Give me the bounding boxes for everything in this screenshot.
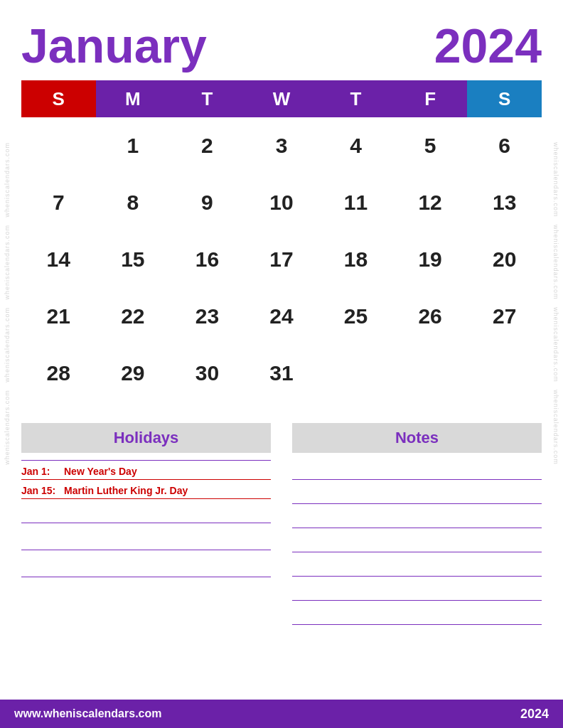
calendar-date: 6 <box>467 117 542 174</box>
holiday-name-1: New Year's Day <box>64 466 137 477</box>
holiday-entry-1: Jan 1: New Year's Day <box>21 464 271 480</box>
calendar-date: 29 <box>96 345 171 402</box>
month-title: January <box>21 21 207 70</box>
calendar-date: 10 <box>245 174 319 231</box>
notes-line-3 <box>292 507 542 528</box>
holiday-blank-2 <box>21 529 271 550</box>
notes-line-7 <box>292 604 542 625</box>
calendar-week-4: 21222324252627 <box>21 288 542 345</box>
footer-year: 2024 <box>520 707 549 722</box>
day-header-row: S M T W T F S <box>21 80 542 117</box>
calendar-page: January 2024 S M T W T F S 1234567891011… <box>0 0 563 728</box>
watermark-right: wheniscalendars.com wheniscalendars.com … <box>552 142 559 465</box>
notes-line-2 <box>292 483 542 504</box>
calendar-date: 23 <box>170 288 245 345</box>
calendar-date: 13 <box>467 174 542 231</box>
calendar-week-2: 78910111213 <box>21 174 542 231</box>
calendar-date: 1 <box>96 117 171 174</box>
header-monday: M <box>96 80 171 117</box>
calendar-date: 26 <box>393 288 468 345</box>
calendar-date: 27 <box>467 288 542 345</box>
calendar-week-3: 14151617181920 <box>21 231 542 288</box>
calendar-date: 31 <box>245 345 319 402</box>
calendar-date: 18 <box>318 231 393 288</box>
notes-header: Notes <box>292 423 542 453</box>
calendar-date <box>467 345 542 402</box>
header-wednesday: W <box>245 80 319 117</box>
header-tuesday: T <box>170 80 245 117</box>
calendar-date <box>21 117 96 174</box>
header-sunday: S <box>21 80 96 117</box>
footer-url: www.wheniscalendars.com <box>14 707 161 720</box>
calendar-date: 4 <box>318 117 393 174</box>
holiday-entry-2: Jan 15: Martin Luther King Jr. Day <box>21 483 271 499</box>
calendar-header: January 2024 <box>21 14 542 80</box>
calendar-date: 8 <box>96 174 171 231</box>
holiday-name-2: Martin Luther King Jr. Day <box>64 485 188 496</box>
calendar-date: 7 <box>21 174 96 231</box>
header-saturday: S <box>467 80 542 117</box>
calendar-date: 22 <box>96 288 171 345</box>
calendar-date: 3 <box>245 117 319 174</box>
calendar-date: 24 <box>245 288 319 345</box>
calendar-date: 30 <box>170 345 245 402</box>
header-friday: F <box>393 80 468 117</box>
notes-line-6 <box>292 579 542 601</box>
calendar-date <box>393 345 468 402</box>
calendar-date: 28 <box>21 345 96 402</box>
calendar-date: 16 <box>170 231 245 288</box>
calendar-date: 19 <box>393 231 468 288</box>
calendar-date: 21 <box>21 288 96 345</box>
calendar-date: 25 <box>318 288 393 345</box>
calendar-date: 2 <box>170 117 245 174</box>
holidays-box: Holidays Jan 1: New Year's Day Jan 15: M… <box>21 423 271 721</box>
watermark-left: wheniscalendars.com wheniscalendars.com … <box>4 142 11 465</box>
notes-box: Notes <box>292 423 542 721</box>
year-title: 2024 <box>434 21 542 70</box>
calendar-date: 20 <box>467 231 542 288</box>
notes-line-5 <box>292 555 542 577</box>
notes-line-1 <box>292 459 542 480</box>
notes-line-4 <box>292 531 542 552</box>
calendar-date: 5 <box>393 117 468 174</box>
header-thursday: T <box>318 80 393 117</box>
calendar-date: 12 <box>393 174 468 231</box>
calendar-date: 11 <box>318 174 393 231</box>
holiday-date-1: Jan 1: <box>21 466 57 477</box>
calendar-date <box>318 345 393 402</box>
page-footer: www.wheniscalendars.com 2024 <box>0 700 563 728</box>
calendar-date: 14 <box>21 231 96 288</box>
calendar-week-5: 28293031 <box>21 345 542 402</box>
bottom-section: Holidays Jan 1: New Year's Day Jan 15: M… <box>21 423 542 728</box>
calendar-week-1: 123456 <box>21 117 542 174</box>
calendar-grid: S M T W T F S 12345678910111213141516171… <box>21 80 542 402</box>
holidays-header: Holidays <box>21 423 271 453</box>
holiday-date-2: Jan 15: <box>21 485 57 496</box>
holiday-blank-1 <box>21 502 271 523</box>
calendar-date: 15 <box>96 231 171 288</box>
holiday-blank-3 <box>21 556 271 577</box>
calendar-date: 9 <box>170 174 245 231</box>
calendar-date: 17 <box>245 231 319 288</box>
holidays-top-line <box>21 459 271 461</box>
